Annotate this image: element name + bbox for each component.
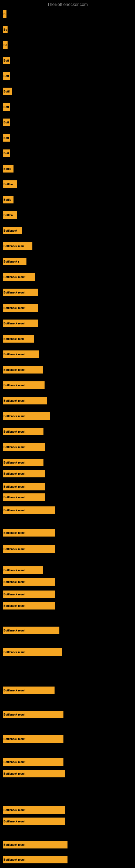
bar-row: Bott bbox=[3, 150, 10, 157]
bar-label: Bottleneck result bbox=[3, 651, 26, 654]
bar-label: Bottleneck result bbox=[3, 761, 26, 764]
bar-label: Bottl bbox=[3, 90, 10, 93]
bar: Bottleneck bbox=[3, 227, 22, 235]
bar-row: Bottleneck result bbox=[3, 856, 68, 863]
bar-label: Bottleneck result bbox=[3, 581, 26, 584]
bar-label: Bottleneck result bbox=[3, 496, 26, 499]
bar-row: Bo bbox=[3, 41, 8, 49]
bar-label: Bottleneck result bbox=[3, 461, 26, 464]
bar-row: Bottleneck result bbox=[3, 319, 38, 327]
bar-row: Bott bbox=[3, 57, 10, 64]
bar: Bottleneck result bbox=[3, 428, 43, 435]
bar-row: Bottle bbox=[3, 165, 13, 173]
bar-row: Bottleneck result bbox=[3, 545, 55, 553]
bar: Bottleneck result bbox=[3, 273, 35, 281]
bar-row: Bott bbox=[3, 72, 10, 80]
bar: Bottleneck result bbox=[3, 770, 65, 777]
bar: Bottleneck result bbox=[3, 412, 50, 420]
bar-row: Bottleneck resu bbox=[3, 242, 32, 250]
bar-label: Bott bbox=[3, 152, 9, 155]
bar: Bottleneck result bbox=[3, 627, 59, 634]
bar-row: Bottl bbox=[3, 88, 12, 95]
bar-row: Bottleneck result bbox=[3, 289, 38, 296]
bar-label: Bottleneck result bbox=[3, 809, 26, 812]
bar-label: Bott bbox=[3, 105, 9, 108]
bar-row: Bottleneck result bbox=[3, 397, 47, 404]
bar: Bottleneck result bbox=[3, 856, 68, 863]
bar-label: Bottleneck result bbox=[3, 738, 26, 741]
bar: Bottle bbox=[3, 165, 13, 173]
bar-label: Bottleneck result bbox=[3, 430, 26, 433]
bar-row: Bottleneck bbox=[3, 227, 22, 235]
bar-label: Bottleneck result bbox=[3, 368, 26, 371]
bar-row: B bbox=[3, 10, 6, 18]
bar-row: Bottleneck result bbox=[3, 443, 45, 451]
bar-label: Bottleneck result bbox=[3, 399, 26, 402]
bar-label: Bo bbox=[3, 28, 7, 31]
bar-label: Bottleneck result bbox=[3, 472, 26, 475]
bar-label: Bott bbox=[3, 136, 9, 140]
bar-row: Bottleneck result bbox=[3, 841, 68, 848]
bar: Bottleneck result bbox=[3, 350, 39, 358]
bar-row: Bottleneck result bbox=[3, 304, 38, 312]
bar: Bottleneck result bbox=[3, 397, 47, 404]
bar-row: Bottlen bbox=[3, 180, 17, 188]
bar-label: Bottleneck result bbox=[3, 291, 26, 294]
bar-label: Bottle bbox=[3, 167, 11, 170]
bar: Bott bbox=[3, 134, 10, 142]
bar: Bottleneck result bbox=[3, 578, 55, 586]
bar-row: Bottleneck result bbox=[3, 590, 55, 598]
bar-row: Bottle bbox=[3, 196, 13, 204]
bar-row: Bottleneck result bbox=[3, 758, 63, 766]
bar: Bottleneck result bbox=[3, 443, 45, 451]
bar-row: Bottleneck result bbox=[3, 412, 50, 420]
bar-label: Bottleneck result bbox=[3, 772, 26, 775]
bar: Bottleneck result bbox=[3, 545, 55, 553]
bar-row: Bott bbox=[3, 134, 10, 142]
bar-row: Bottleneck result bbox=[3, 686, 54, 694]
bar-label: Bottlen bbox=[3, 214, 13, 217]
bar-label: Bottlen bbox=[3, 183, 13, 186]
site-title: TheBottlenecker.com bbox=[0, 0, 135, 9]
bar: Bottleneck result bbox=[3, 686, 54, 694]
bar-label: Bottleneck result bbox=[3, 322, 26, 325]
bar-label: Bottleneck r bbox=[3, 260, 19, 263]
bar-row: Bottleneck result bbox=[3, 493, 45, 501]
bar-label: Bottleneck result bbox=[3, 713, 26, 716]
bar-row: Bottlen bbox=[3, 211, 17, 219]
bar: Bott bbox=[3, 72, 10, 80]
bar-label: Bottleneck result bbox=[3, 353, 26, 356]
bar-row: Bottleneck result bbox=[3, 529, 55, 536]
bar-label: Bottleneck result bbox=[3, 415, 26, 418]
bar-label: Bott bbox=[3, 121, 9, 124]
bar-row: Bottleneck result bbox=[3, 817, 65, 825]
bar-row: Bottleneck r bbox=[3, 258, 27, 265]
bar-row: Bottleneck resu bbox=[3, 335, 34, 343]
bar-row: Bottleneck result bbox=[3, 350, 39, 358]
bar: Bottleneck result bbox=[3, 529, 55, 536]
bar: Bottleneck result bbox=[3, 470, 45, 477]
bar: Bottleneck result bbox=[3, 304, 38, 312]
bar-row: Bottleneck result bbox=[3, 483, 45, 490]
bar-row: Bottleneck result bbox=[3, 735, 63, 743]
bar: Bottleneck result bbox=[3, 841, 68, 848]
bar: B bbox=[3, 10, 6, 18]
bar-label: Bottleneck result bbox=[3, 384, 26, 387]
bar-row: Bottleneck result bbox=[3, 566, 43, 574]
bar: Bottl bbox=[3, 88, 12, 95]
bar: Bottleneck result bbox=[3, 806, 65, 814]
bar-label: Bottle bbox=[3, 198, 11, 201]
bar: Bottleneck result bbox=[3, 366, 43, 373]
bar-label: B bbox=[3, 13, 5, 16]
bar-label: Bott bbox=[3, 59, 9, 62]
bar: Bottleneck result bbox=[3, 319, 38, 327]
bar: Bottle bbox=[3, 196, 13, 204]
bar: Bottleneck r bbox=[3, 258, 27, 265]
bar-row: Bottleneck result bbox=[3, 627, 59, 634]
bar: Bottleneck result bbox=[3, 711, 63, 718]
bar-row: Bo bbox=[3, 26, 8, 33]
bar-row: Bottleneck result bbox=[3, 578, 55, 586]
bar-row: Bottleneck result bbox=[3, 428, 43, 435]
bar: Bott bbox=[3, 57, 10, 64]
bar: Bottleneck resu bbox=[3, 242, 32, 250]
